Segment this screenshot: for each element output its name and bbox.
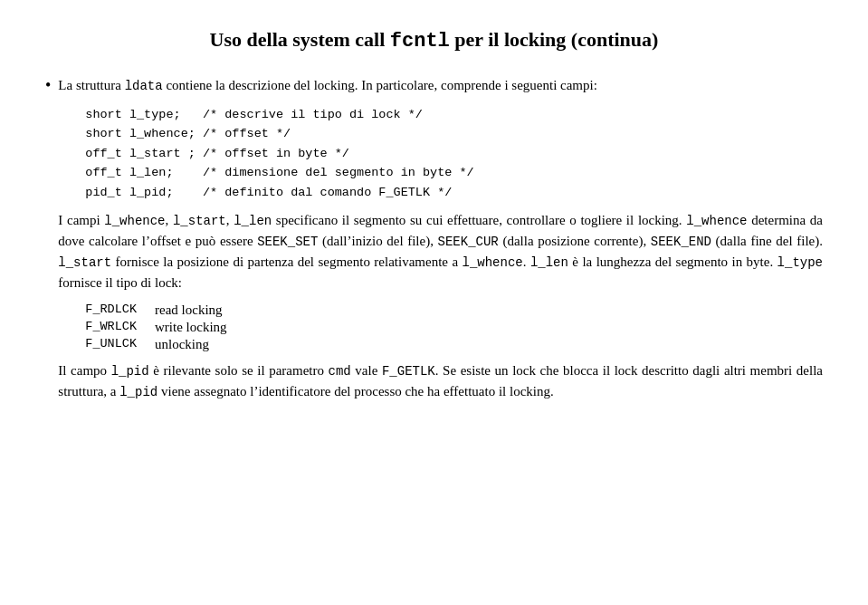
para-ldata-intro: La struttura ldata contiene la descrizio… — [58, 75, 823, 96]
para2-start: Il campo — [58, 363, 110, 378]
code-line-1: short l_type; /* descrive il tipo di loc… — [85, 105, 823, 125]
para-fields: I campi l_whence, l_start, l_len specifi… — [58, 210, 823, 293]
para2-mid1: è rilevante solo se il parametro — [149, 363, 329, 378]
lock-desc-unlck: unlocking — [155, 336, 227, 353]
fields-intro: I campi — [58, 213, 104, 227]
title-code: fcntl — [390, 30, 450, 53]
seek-set-ref: SEEK_SET — [257, 235, 318, 249]
struct-code-block: short l_type; /* descrive il tipo di loc… — [85, 105, 823, 203]
para-l-pid: Il campo l_pid è rilevante solo se il pa… — [58, 360, 823, 402]
title-suffix: per il locking (continua) — [450, 28, 659, 51]
l-start-ref2: l_start — [58, 255, 111, 270]
l-whence-ref1: l_whence — [104, 214, 165, 228]
lock-code-rdlck: F_RDLCK — [85, 302, 155, 319]
l-whence-ref2: l_whence — [686, 214, 747, 228]
code-line-2: short l_whence; /* offset */ — [85, 124, 823, 144]
para2-mid2: vale — [351, 363, 382, 378]
lock-table: F_RDLCK read locking F_WRLCK write locki… — [85, 302, 226, 353]
para2-end: viene assegnato l’identificatore del pro… — [157, 384, 553, 399]
para1-end3: . — [523, 254, 530, 269]
l-len-ref1: l_len — [234, 214, 272, 228]
bullet-content-1: La struttura ldata contiene la descrizio… — [58, 75, 823, 411]
lock-code-wrlck: F_WRLCK — [85, 319, 155, 336]
para1-mid2: (dalla posizione corrente), — [499, 234, 651, 248]
para1-end4: è la lunghezza del segmento in byte. — [568, 254, 777, 269]
code-line-4: off_t l_len; /* dimensione del segmento … — [85, 163, 823, 183]
para1-mid3: (dalla fine del file). — [711, 234, 823, 248]
ldata-code: ldata — [125, 79, 163, 93]
title-text-plain: Uso della system call — [210, 28, 390, 51]
para1-end2: fornisce la posizione di partenza del se… — [111, 254, 462, 269]
page-title: Uso della system call fcntl per il locki… — [45, 27, 823, 55]
lock-types-table: F_RDLCK read locking F_WRLCK write locki… — [85, 302, 823, 353]
l-type-ref1: l_type — [777, 255, 823, 270]
l-len-ref2: l_len — [530, 255, 568, 270]
code-line-5: pid_t l_pid; /* definito dal comando F_G… — [85, 183, 823, 203]
l-pid-ref2: l_pid — [119, 385, 157, 399]
l-whence-ref3: l_whence — [462, 255, 522, 270]
seek-cur-ref: SEEK_CUR — [438, 235, 499, 249]
seek-end-ref: SEEK_END — [651, 235, 711, 249]
l-pid-ref1: l_pid — [111, 364, 149, 379]
sep1: , — [166, 213, 173, 227]
intro-text-1: La struttura — [58, 78, 124, 92]
lock-row-wrlck: F_WRLCK write locking — [85, 319, 226, 336]
lock-desc-rdlck: read locking — [155, 302, 227, 319]
sep2: , — [226, 213, 234, 227]
lock-desc-wrlck: write locking — [155, 319, 227, 336]
f-getlk-ref: F_GETLK — [382, 364, 435, 379]
lock-row-unlck: F_UNLCK unlocking — [85, 336, 226, 353]
page-content: Uso della system call fcntl per il locki… — [45, 27, 823, 411]
fields-end: specificano il segmento su cui effettuar… — [272, 213, 686, 227]
para1-mid1: (dall’inizio del file), — [318, 234, 437, 248]
l-start-ref1: l_start — [173, 214, 226, 228]
cmd-ref: cmd — [329, 364, 351, 379]
bullet-item-1: • La struttura ldata contiene la descriz… — [45, 75, 823, 411]
lock-row-rdlck: F_RDLCK read locking — [85, 302, 226, 319]
code-line-3: off_t l_start ; /* offset in byte */ — [85, 144, 823, 164]
intro-text-2: contiene la descrizione del locking. In … — [163, 78, 597, 92]
lock-code-unlck: F_UNLCK — [85, 336, 155, 353]
para1-end5: fornisce il tipo di lock: — [58, 275, 182, 290]
bullet-dot-1: • — [45, 75, 51, 411]
